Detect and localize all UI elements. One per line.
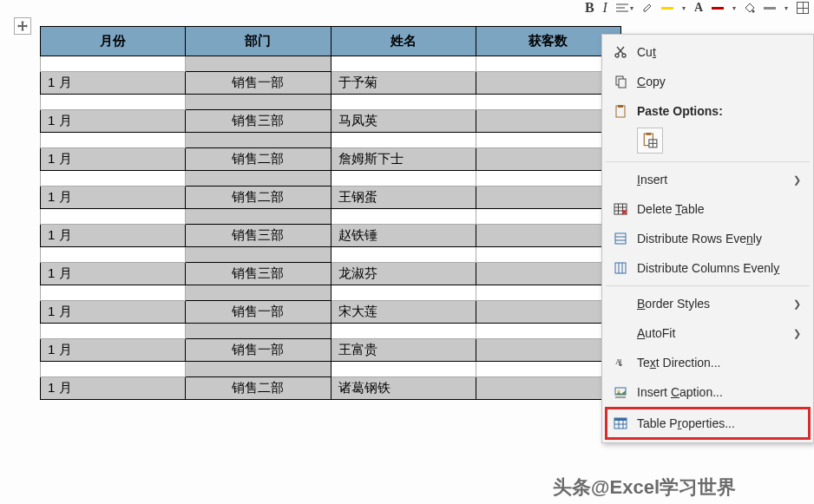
table-row[interactable]: 1 月销售三部马凤英 — [41, 110, 621, 133]
cell-count[interactable] — [476, 72, 620, 95]
table-row[interactable]: 1 月销售一部宋大莲 — [41, 301, 621, 324]
spacer-row — [41, 133, 621, 148]
cell-count[interactable] — [476, 110, 620, 133]
cell-dept[interactable]: 销售三部 — [186, 225, 331, 247]
cell-dept[interactable]: 销售三部 — [186, 263, 331, 285]
clipboard-icon — [611, 104, 630, 118]
table-row[interactable]: 1 月销售一部王富贵 — [41, 339, 621, 362]
svg-rect-13 — [647, 133, 652, 135]
ctx-text-direction[interactable]: A Text Direction... — [602, 348, 813, 377]
highlight-dropdown[interactable]: ▾ — [682, 4, 686, 12]
ctx-cut[interactable]: Cut — [602, 37, 813, 67]
separator — [606, 161, 810, 162]
ctx-delete-table[interactable]: Delete Table — [602, 194, 813, 224]
cell-count[interactable] — [476, 377, 620, 400]
header-name[interactable]: 姓名 — [331, 27, 476, 56]
cell-name[interactable]: 龙淑芬 — [331, 263, 476, 285]
chevron-right-icon: ❯ — [793, 298, 801, 310]
svg-rect-24 — [615, 233, 626, 244]
italic-button[interactable]: I — [603, 0, 607, 16]
cell-month[interactable]: 1 月 — [41, 301, 186, 324]
cell-dept[interactable]: 销售一部 — [186, 72, 331, 95]
cell-name[interactable]: 于予菊 — [331, 72, 476, 95]
highlight-color-bar — [661, 7, 673, 10]
cell-count[interactable] — [476, 187, 620, 209]
svg-point-3 — [752, 10, 755, 13]
watermark: 头条@Excel学习世界 — [553, 475, 736, 501]
ctx-distribute-cols[interactable]: Distribute Columns Evenly — [602, 253, 813, 283]
font-color-button[interactable]: A — [694, 1, 703, 15]
copy-icon — [611, 75, 630, 88]
ctx-border-styles[interactable]: Border Styles ❯ — [602, 289, 813, 318]
cell-month[interactable]: 1 月 — [41, 377, 186, 400]
align-button[interactable]: ▾ — [616, 3, 633, 13]
spacer-row — [41, 209, 621, 225]
cell-month[interactable]: 1 月 — [41, 339, 186, 362]
cell-name[interactable]: 诸葛钢铁 — [331, 377, 476, 400]
cell-name[interactable]: 宋大莲 — [331, 301, 476, 324]
spacer-row — [41, 247, 621, 263]
ctx-insert[interactable]: Insert ❯ — [602, 165, 813, 194]
cell-count[interactable] — [476, 301, 620, 324]
cell-month[interactable]: 1 月 — [41, 187, 186, 209]
cell-name[interactable]: 王钢蛋 — [331, 187, 476, 209]
cell-name[interactable]: 王富贵 — [331, 339, 476, 362]
table-row[interactable]: 1 月销售三部赵铁锤 — [41, 225, 621, 247]
caption-icon — [611, 385, 630, 399]
spacer-row — [41, 285, 621, 301]
cell-count[interactable] — [476, 263, 620, 285]
svg-point-5 — [622, 54, 626, 57]
context-menu: Cut Copy Paste Options: Insert ❯ Delete … — [601, 34, 814, 443]
cell-dept[interactable]: 销售一部 — [186, 301, 331, 324]
cell-count[interactable] — [476, 148, 620, 171]
cell-name[interactable]: 马凤英 — [331, 110, 476, 133]
spacer-row — [41, 95, 621, 110]
data-table[interactable]: 月份 部门 姓名 获客数 1 月销售一部于予菊1 月销售三部马凤英1 月销售二部… — [40, 26, 621, 400]
paste-option-nest-table[interactable] — [637, 128, 663, 154]
ctx-insert-caption[interactable]: Insert Caption... — [602, 377, 813, 407]
font-color-bar — [712, 7, 724, 10]
cell-count[interactable] — [476, 339, 620, 362]
svg-point-4 — [615, 54, 619, 57]
header-month[interactable]: 月份 — [41, 27, 186, 56]
shading-dropdown[interactable]: ▾ — [784, 4, 788, 12]
table-row[interactable]: 1 月销售三部龙淑芬 — [41, 263, 621, 285]
cell-count[interactable] — [476, 225, 620, 247]
shading-button[interactable] — [745, 3, 755, 13]
svg-rect-27 — [615, 263, 626, 273]
bold-button[interactable]: B — [585, 0, 594, 16]
table-row[interactable]: 1 月销售二部诸葛钢铁 — [41, 377, 621, 400]
header-count[interactable]: 获客数 — [476, 27, 620, 56]
table-row[interactable]: 1 月销售二部王钢蛋 — [41, 187, 621, 209]
table-move-handle[interactable] — [14, 17, 31, 35]
svg-rect-11 — [618, 105, 623, 108]
ctx-distribute-rows[interactable]: Distribute Rows Evenly — [602, 224, 813, 253]
spacer-row — [41, 171, 621, 187]
spacer-row — [41, 362, 621, 377]
cell-month[interactable]: 1 月 — [41, 72, 186, 95]
svg-line-6 — [618, 47, 624, 54]
cell-month[interactable]: 1 月 — [41, 263, 186, 285]
header-dept[interactable]: 部门 — [186, 27, 331, 56]
cell-dept[interactable]: 销售二部 — [186, 148, 331, 171]
cell-dept[interactable]: 销售二部 — [186, 187, 331, 209]
cell-month[interactable]: 1 月 — [41, 148, 186, 171]
table-row[interactable]: 1 月销售一部于予菊 — [41, 72, 621, 95]
cell-dept[interactable]: 销售三部 — [186, 110, 331, 133]
highlight-button[interactable] — [642, 3, 653, 13]
ctx-autofit[interactable]: AutoFit ❯ — [602, 318, 813, 348]
table-header-row[interactable]: 月份 部门 姓名 获客数 — [41, 27, 621, 56]
cell-month[interactable]: 1 月 — [41, 225, 186, 247]
cell-month[interactable]: 1 月 — [41, 110, 186, 133]
table-row[interactable]: 1 月销售二部詹姆斯下士 — [41, 148, 621, 171]
cell-name[interactable]: 詹姆斯下士 — [331, 148, 476, 171]
insert-table-button[interactable] — [797, 2, 809, 14]
cell-dept[interactable]: 销售一部 — [186, 339, 331, 362]
table-properties-icon — [611, 416, 630, 430]
ctx-copy[interactable]: Copy — [602, 67, 813, 96]
cell-name[interactable]: 赵铁锤 — [331, 225, 476, 247]
font-color-dropdown[interactable]: ▾ — [732, 4, 736, 12]
ctx-table-properties[interactable]: Table Properties... — [602, 407, 813, 440]
mini-toolbar: B I ▾ ▾ A ▾ ▾ — [585, 0, 809, 16]
cell-dept[interactable]: 销售二部 — [186, 377, 331, 400]
